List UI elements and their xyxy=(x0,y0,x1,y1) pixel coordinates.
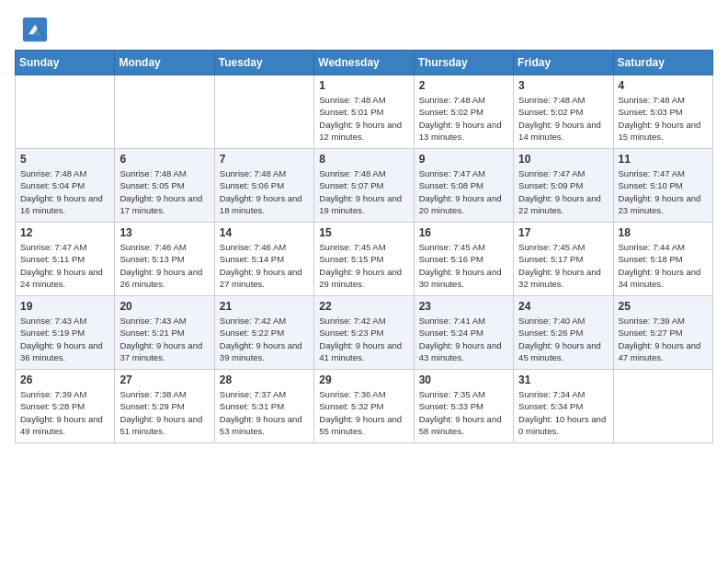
calendar-cell: 1Sunrise: 7:48 AM Sunset: 5:01 PM Daylig… xyxy=(314,75,414,149)
calendar-cell: 17Sunrise: 7:45 AM Sunset: 5:17 PM Dayli… xyxy=(514,223,613,296)
day-number: 17 xyxy=(518,226,608,239)
day-number: 26 xyxy=(20,373,109,386)
day-content: Sunrise: 7:34 AM Sunset: 5:34 PM Dayligh… xyxy=(518,388,608,437)
day-header-tuesday: Tuesday xyxy=(214,51,313,75)
day-number: 25 xyxy=(619,300,708,313)
calendar-week-row: 26Sunrise: 7:39 AM Sunset: 5:28 PM Dayli… xyxy=(16,370,713,443)
day-number: 28 xyxy=(220,373,309,386)
day-content: Sunrise: 7:45 AM Sunset: 5:17 PM Dayligh… xyxy=(518,241,608,290)
day-number: 8 xyxy=(319,153,408,166)
calendar-cell: 5Sunrise: 7:48 AM Sunset: 5:04 PM Daylig… xyxy=(16,149,115,223)
calendar-cell: 31Sunrise: 7:34 AM Sunset: 5:34 PM Dayli… xyxy=(514,370,613,443)
day-number: 19 xyxy=(20,300,109,313)
day-content: Sunrise: 7:48 AM Sunset: 5:01 PM Dayligh… xyxy=(319,94,408,143)
calendar-cell: 23Sunrise: 7:41 AM Sunset: 5:24 PM Dayli… xyxy=(414,296,513,370)
day-content: Sunrise: 7:39 AM Sunset: 5:27 PM Dayligh… xyxy=(619,315,708,363)
day-number: 13 xyxy=(119,226,209,239)
calendar-cell: 27Sunrise: 7:38 AM Sunset: 5:29 PM Dayli… xyxy=(115,370,214,443)
calendar-cell: 16Sunrise: 7:45 AM Sunset: 5:16 PM Dayli… xyxy=(414,223,513,296)
calendar-header-row: SundayMondayTuesdayWednesdayThursdayFrid… xyxy=(16,51,713,75)
day-number: 5 xyxy=(20,153,109,166)
day-content: Sunrise: 7:47 AM Sunset: 5:09 PM Dayligh… xyxy=(518,167,608,216)
calendar-cell: 12Sunrise: 7:47 AM Sunset: 5:11 PM Dayli… xyxy=(16,223,115,296)
calendar-cell: 25Sunrise: 7:39 AM Sunset: 5:27 PM Dayli… xyxy=(613,296,712,370)
day-number: 31 xyxy=(518,373,608,386)
calendar-cell: 30Sunrise: 7:35 AM Sunset: 5:33 PM Dayli… xyxy=(414,370,513,443)
day-content: Sunrise: 7:39 AM Sunset: 5:28 PM Dayligh… xyxy=(20,388,109,437)
day-number: 4 xyxy=(619,79,708,92)
day-header-sunday: Sunday xyxy=(16,51,115,75)
calendar-cell: 3Sunrise: 7:48 AM Sunset: 5:02 PM Daylig… xyxy=(514,75,613,149)
day-number: 23 xyxy=(419,300,508,313)
day-number: 20 xyxy=(119,300,209,313)
day-content: Sunrise: 7:41 AM Sunset: 5:24 PM Dayligh… xyxy=(419,315,508,363)
day-content: Sunrise: 7:48 AM Sunset: 5:05 PM Dayligh… xyxy=(119,167,209,216)
calendar-cell: 20Sunrise: 7:43 AM Sunset: 5:21 PM Dayli… xyxy=(115,296,214,370)
calendar-cell: 18Sunrise: 7:44 AM Sunset: 5:18 PM Dayli… xyxy=(613,223,712,296)
day-header-monday: Monday xyxy=(115,51,214,75)
calendar-cell xyxy=(613,370,712,443)
day-number: 3 xyxy=(518,79,608,92)
day-number: 2 xyxy=(419,79,508,92)
calendar-cell: 19Sunrise: 7:43 AM Sunset: 5:19 PM Dayli… xyxy=(16,296,115,370)
calendar-cell: 4Sunrise: 7:48 AM Sunset: 5:03 PM Daylig… xyxy=(613,75,712,149)
day-number: 14 xyxy=(220,226,309,239)
day-number: 29 xyxy=(319,373,408,386)
calendar-cell: 9Sunrise: 7:47 AM Sunset: 5:08 PM Daylig… xyxy=(414,149,513,223)
day-header-wednesday: Wednesday xyxy=(314,51,414,75)
calendar-cell xyxy=(214,75,313,149)
calendar-cell: 29Sunrise: 7:36 AM Sunset: 5:32 PM Dayli… xyxy=(314,370,414,443)
calendar-cell: 21Sunrise: 7:42 AM Sunset: 5:22 PM Dayli… xyxy=(214,296,313,370)
day-content: Sunrise: 7:48 AM Sunset: 5:07 PM Dayligh… xyxy=(319,167,408,216)
day-content: Sunrise: 7:48 AM Sunset: 5:02 PM Dayligh… xyxy=(419,94,508,143)
logo-icon xyxy=(22,17,48,42)
day-content: Sunrise: 7:47 AM Sunset: 5:10 PM Dayligh… xyxy=(619,167,708,216)
calendar-cell: 10Sunrise: 7:47 AM Sunset: 5:09 PM Dayli… xyxy=(514,149,613,223)
day-number: 6 xyxy=(119,153,209,166)
calendar-cell: 7Sunrise: 7:48 AM Sunset: 5:06 PM Daylig… xyxy=(214,149,313,223)
day-content: Sunrise: 7:46 AM Sunset: 5:14 PM Dayligh… xyxy=(220,241,309,290)
day-content: Sunrise: 7:43 AM Sunset: 5:21 PM Dayligh… xyxy=(119,315,209,363)
day-content: Sunrise: 7:40 AM Sunset: 5:26 PM Dayligh… xyxy=(518,315,608,363)
calendar-cell: 6Sunrise: 7:48 AM Sunset: 5:05 PM Daylig… xyxy=(115,149,214,223)
day-header-thursday: Thursday xyxy=(414,51,513,75)
calendar-week-row: 1Sunrise: 7:48 AM Sunset: 5:01 PM Daylig… xyxy=(16,75,713,149)
day-content: Sunrise: 7:48 AM Sunset: 5:04 PM Dayligh… xyxy=(20,167,109,216)
day-content: Sunrise: 7:48 AM Sunset: 5:06 PM Dayligh… xyxy=(220,167,309,216)
calendar-week-row: 19Sunrise: 7:43 AM Sunset: 5:19 PM Dayli… xyxy=(16,296,713,370)
day-content: Sunrise: 7:45 AM Sunset: 5:15 PM Dayligh… xyxy=(319,241,408,290)
day-number: 12 xyxy=(20,226,109,239)
calendar-cell: 28Sunrise: 7:37 AM Sunset: 5:31 PM Dayli… xyxy=(214,370,313,443)
logo xyxy=(22,17,51,42)
day-content: Sunrise: 7:42 AM Sunset: 5:22 PM Dayligh… xyxy=(220,315,309,363)
day-content: Sunrise: 7:42 AM Sunset: 5:23 PM Dayligh… xyxy=(319,315,408,363)
day-content: Sunrise: 7:43 AM Sunset: 5:19 PM Dayligh… xyxy=(20,315,109,363)
day-header-saturday: Saturday xyxy=(613,51,712,75)
calendar-cell xyxy=(16,75,115,149)
day-content: Sunrise: 7:48 AM Sunset: 5:02 PM Dayligh… xyxy=(518,94,608,143)
day-content: Sunrise: 7:45 AM Sunset: 5:16 PM Dayligh… xyxy=(419,241,508,290)
day-number: 18 xyxy=(619,226,708,239)
calendar-cell: 11Sunrise: 7:47 AM Sunset: 5:10 PM Dayli… xyxy=(613,149,712,223)
calendar-week-row: 12Sunrise: 7:47 AM Sunset: 5:11 PM Dayli… xyxy=(16,223,713,296)
day-content: Sunrise: 7:37 AM Sunset: 5:31 PM Dayligh… xyxy=(220,388,309,437)
calendar-cell: 24Sunrise: 7:40 AM Sunset: 5:26 PM Dayli… xyxy=(514,296,613,370)
day-number: 21 xyxy=(220,300,309,313)
day-content: Sunrise: 7:46 AM Sunset: 5:13 PM Dayligh… xyxy=(119,241,209,290)
calendar-cell: 14Sunrise: 7:46 AM Sunset: 5:14 PM Dayli… xyxy=(214,223,313,296)
day-content: Sunrise: 7:35 AM Sunset: 5:33 PM Dayligh… xyxy=(419,388,508,437)
day-number: 30 xyxy=(419,373,508,386)
calendar-cell: 15Sunrise: 7:45 AM Sunset: 5:15 PM Dayli… xyxy=(314,223,414,296)
day-number: 1 xyxy=(319,79,408,92)
day-content: Sunrise: 7:38 AM Sunset: 5:29 PM Dayligh… xyxy=(119,388,209,437)
day-number: 24 xyxy=(518,300,608,313)
calendar-cell: 2Sunrise: 7:48 AM Sunset: 5:02 PM Daylig… xyxy=(414,75,513,149)
day-number: 11 xyxy=(619,153,708,166)
calendar-table: SundayMondayTuesdayWednesdayThursdayFrid… xyxy=(15,50,713,443)
day-number: 10 xyxy=(518,153,608,166)
day-number: 27 xyxy=(119,373,209,386)
day-number: 16 xyxy=(419,226,508,239)
calendar-cell: 8Sunrise: 7:48 AM Sunset: 5:07 PM Daylig… xyxy=(314,149,414,223)
calendar-cell: 26Sunrise: 7:39 AM Sunset: 5:28 PM Dayli… xyxy=(16,370,115,443)
calendar-cell: 13Sunrise: 7:46 AM Sunset: 5:13 PM Dayli… xyxy=(115,223,214,296)
